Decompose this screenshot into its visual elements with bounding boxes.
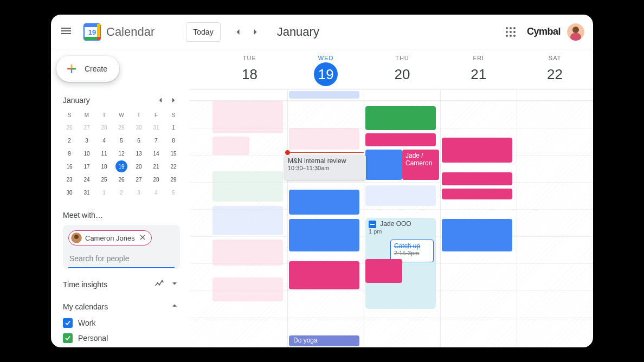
mini-cal-day[interactable]: 19 — [115, 160, 127, 172]
mini-cal-day[interactable]: 30 — [62, 186, 77, 199]
mini-cal-day[interactable]: 5 — [166, 186, 181, 199]
mini-cal-day[interactable]: 31 — [79, 186, 94, 199]
event-block[interactable] — [212, 171, 283, 202]
mini-cal-day[interactable]: 25 — [96, 173, 112, 186]
day-column-thu[interactable]: Jade / Cameron Jade OOO 1 pm Catch up 2:… — [364, 101, 440, 347]
time-insights-expand-icon[interactable] — [165, 278, 180, 290]
mini-cal-day[interactable]: 24 — [79, 173, 94, 186]
event-block[interactable] — [442, 172, 512, 185]
event-block[interactable] — [212, 206, 283, 235]
mini-cal-day[interactable]: 14 — [149, 147, 164, 160]
mini-cal-prev[interactable] — [154, 94, 167, 107]
mini-cal-day[interactable]: 18 — [96, 160, 112, 173]
mini-cal-day[interactable]: 21 — [149, 160, 164, 173]
mini-cal-day[interactable]: 16 — [62, 160, 77, 173]
mini-cal-day[interactable]: 15 — [166, 147, 181, 160]
event-block[interactable] — [442, 189, 512, 199]
prev-week-button[interactable] — [229, 23, 247, 41]
allday-slot[interactable] — [287, 90, 364, 100]
event-block[interactable] — [365, 133, 436, 146]
event-block[interactable] — [212, 277, 283, 301]
day-header-thu[interactable]: THU20 — [364, 49, 441, 89]
day-column-fri[interactable] — [440, 101, 517, 347]
mini-cal-day[interactable]: 31 — [149, 121, 164, 134]
event-block[interactable] — [442, 138, 512, 163]
mini-cal-day[interactable]: 2 — [114, 186, 129, 199]
mini-cal-day[interactable]: 1 — [166, 121, 181, 134]
allday-slot[interactable] — [517, 90, 593, 100]
day-column-sat[interactable] — [517, 101, 593, 347]
mini-cal-day[interactable]: 4 — [149, 186, 164, 199]
mini-cal-day[interactable]: 2 — [62, 134, 77, 147]
chip-remove-icon[interactable] — [138, 233, 147, 243]
event-block[interactable] — [365, 106, 436, 130]
mini-cal-day[interactable]: 7 — [149, 134, 164, 147]
mini-cal-day[interactable]: 3 — [79, 134, 94, 147]
person-chip[interactable]: Cameron Jones — [68, 230, 152, 245]
event-block[interactable] — [365, 259, 402, 283]
event-block[interactable] — [212, 240, 283, 266]
allday-slot[interactable] — [211, 90, 287, 100]
event-jade-cameron[interactable]: Jade / Cameron — [402, 150, 439, 180]
mini-cal-day[interactable]: 23 — [62, 173, 77, 186]
day-header-sat[interactable]: SAT22 — [517, 49, 593, 89]
mini-cal-day[interactable]: 8 — [166, 134, 181, 147]
allday-slot[interactable] — [364, 90, 440, 100]
time-insights-icon[interactable] — [150, 278, 165, 290]
mini-cal-day[interactable]: 13 — [131, 147, 146, 160]
calendar-item[interactable]: Personal — [63, 333, 190, 343]
mini-cal-day[interactable]: 27 — [79, 121, 94, 134]
mini-cal-day[interactable]: 26 — [114, 173, 129, 186]
mini-cal-day[interactable]: 5 — [114, 134, 129, 147]
mini-cal-day[interactable]: 12 — [114, 147, 129, 160]
day-column-tue[interactable] — [211, 101, 287, 347]
event-block[interactable] — [212, 101, 283, 133]
mini-cal-day[interactable]: 22 — [166, 160, 181, 173]
mini-cal-day[interactable]: 30 — [131, 121, 146, 134]
day-header-fri[interactable]: FRI21 — [440, 49, 517, 89]
event-popover[interactable]: M&N internal review 10:30–11:30am — [285, 155, 366, 180]
calendar-checkbox[interactable] — [63, 318, 73, 328]
mini-cal-next[interactable] — [167, 94, 180, 107]
event-block[interactable] — [365, 185, 436, 206]
event-block[interactable] — [289, 261, 359, 289]
hamburger-menu-icon[interactable] — [60, 24, 73, 40]
mini-cal-day[interactable]: 6 — [131, 134, 146, 147]
event-doyoga[interactable]: Do yoga — [289, 335, 359, 346]
mini-cal-day[interactable]: 1 — [96, 186, 112, 199]
mini-cal-day[interactable]: 11 — [96, 147, 112, 160]
mini-cal-day[interactable]: 26 — [62, 121, 77, 134]
account-avatar[interactable] — [567, 23, 584, 41]
mini-cal-day[interactable]: 29 — [166, 173, 181, 186]
mini-cal-day[interactable]: 29 — [114, 121, 129, 134]
ooo-icon — [369, 221, 376, 228]
mini-cal-day[interactable]: 27 — [131, 173, 146, 186]
mini-cal-day[interactable]: 4 — [96, 134, 112, 147]
day-column-wed[interactable]: M&N internal review 10:30–11:30am Do yog… — [287, 101, 364, 347]
mini-cal-day[interactable]: 9 — [62, 147, 77, 160]
event-block[interactable] — [289, 219, 359, 251]
event-block[interactable] — [442, 219, 512, 251]
event-block[interactable] — [212, 137, 249, 155]
day-header-tue[interactable]: TUE18 — [211, 49, 288, 89]
next-week-button[interactable] — [247, 23, 264, 41]
calendar-checkbox[interactable] — [63, 333, 73, 343]
calendar-item[interactable]: Work — [63, 318, 190, 328]
today-button[interactable]: Today — [186, 22, 220, 42]
allday-event[interactable] — [289, 91, 359, 99]
event-block[interactable] — [289, 128, 359, 150]
mini-cal-day[interactable]: 20 — [131, 160, 146, 173]
event-block[interactable] — [289, 190, 359, 215]
google-apps-icon[interactable] — [504, 25, 517, 38]
event-block[interactable] — [365, 150, 402, 180]
mini-cal-day[interactable]: 17 — [79, 160, 94, 173]
mini-cal-day[interactable]: 28 — [96, 121, 112, 134]
search-people-input[interactable] — [68, 250, 175, 268]
my-calendars-collapse-icon[interactable] — [169, 300, 180, 313]
day-header-wed[interactable]: WED19 — [288, 49, 364, 89]
allday-slot[interactable] — [440, 90, 517, 100]
create-button[interactable]: Create — [56, 56, 119, 82]
mini-cal-day[interactable]: 10 — [79, 147, 94, 160]
mini-cal-day[interactable]: 3 — [131, 186, 146, 199]
mini-cal-day[interactable]: 28 — [149, 173, 164, 186]
